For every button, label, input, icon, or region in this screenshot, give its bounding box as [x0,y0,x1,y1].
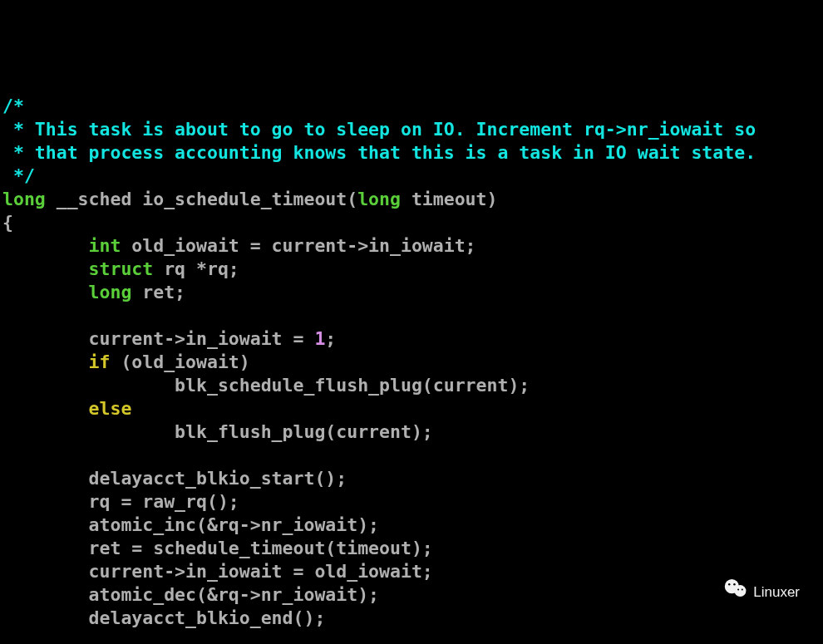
code-text: current->in_iowait = [89,328,315,349]
comment-line: */ [2,165,35,186]
indent [2,538,89,558]
indent [2,491,89,512]
comment-line: /* [2,96,24,116]
watermark-text: Linuxer [753,581,800,604]
indent [2,375,175,396]
indent [2,421,175,442]
svg-point-1 [735,585,747,597]
indent [2,328,89,349]
svg-point-2 [728,583,730,585]
keyword-control: else [89,398,132,419]
indent [2,351,89,372]
indent [2,468,89,489]
code-text: timeout) [401,189,498,209]
wechat-icon [708,555,747,629]
code-text: rq *rq; [153,258,239,279]
code-text: delayacct_blkio_start(); [89,468,347,489]
code-text: ret = schedule_timeout(timeout); [89,538,433,558]
code-text: blk_flush_plug(current); [175,421,433,442]
indent [2,235,89,256]
keyword-type: long [2,189,46,209]
keyword-type: struct [89,258,154,279]
watermark: Linuxer [708,555,800,629]
keyword-control: if [89,351,111,372]
keyword-type: long [357,189,401,209]
svg-point-5 [742,589,743,591]
number-literal: 1 [314,328,325,349]
indent [2,398,89,419]
code-text: delayacct_blkio_end(); [89,607,326,628]
indent [2,282,89,302]
svg-point-3 [733,583,735,585]
keyword-type: long [89,282,132,302]
code-block: /* * This task is about to go to sleep o… [0,93,823,644]
code-text: ret; [131,282,185,302]
code-text: blk_schedule_flush_plug(current); [175,375,530,396]
comment-line: * This task is about to go to sleep on I… [2,119,756,140]
indent [2,561,89,582]
indent [2,258,89,279]
code-text: current->in_iowait = old_iowait; [89,561,433,582]
indent [2,607,89,628]
code-text: atomic_dec(&rq->nr_iowait); [89,584,380,605]
comment-line: * that process accounting knows that thi… [2,142,756,163]
indent [2,514,89,535]
keyword-type: int [89,235,121,256]
indent [2,584,89,605]
code-text: rq = raw_rq(); [89,491,239,512]
code-text: (old_iowait) [110,351,249,372]
code-text: old_iowait = current->in_iowait; [121,235,476,256]
code-text: ; [325,328,336,349]
svg-point-4 [737,589,739,591]
brace: { [2,212,13,233]
code-text: atomic_inc(&rq->nr_iowait); [89,514,380,535]
code-text: __sched io_schedule_timeout( [46,189,357,209]
